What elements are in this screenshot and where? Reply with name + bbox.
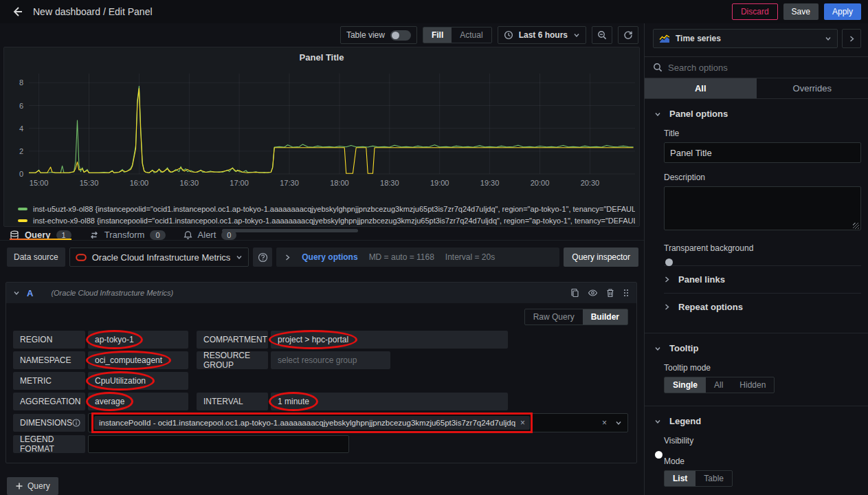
fill-option[interactable]: Fill — [423, 28, 452, 43]
chevron-down-icon[interactable] — [615, 419, 622, 426]
legend-header[interactable]: Legend — [654, 416, 861, 426]
options-search-input[interactable] — [668, 63, 861, 73]
question-circle-icon — [258, 252, 268, 263]
dimension-chip[interactable]: instancePoolId - ocid1.instancepool.oc1.… — [94, 416, 530, 430]
table-view-label: Table view — [346, 30, 385, 40]
interval-select[interactable]: 1 minute — [271, 393, 508, 410]
collapse-chevron-icon[interactable] — [13, 289, 20, 296]
legend-label: inst-echvo-x9-ol88 {instancepoolid="ocid… — [33, 217, 635, 225]
legend-item[interactable]: inst-echvo-x9-ol88 {instancepoolid="ocid… — [18, 214, 635, 226]
actual-option[interactable]: Actual — [452, 28, 491, 43]
region-select[interactable]: ap-tokyo-1 — [88, 331, 188, 349]
dimension-chip-highlight: instancePoolId - ocid1.instancepool.oc1.… — [94, 416, 530, 430]
tooltip-mode-label: Tooltip mode — [664, 363, 861, 373]
tooltip-single-option[interactable]: Single — [665, 377, 706, 393]
chevron-down-icon — [654, 111, 661, 118]
delete-query-trash-icon[interactable] — [606, 288, 614, 298]
query-editor: A (Oracle Cloud Infrastructure Metrics) — [5, 282, 637, 463]
datasource-help-button[interactable] — [253, 248, 272, 267]
options-scroll-area[interactable]: Panel options Title Description Transpar… — [645, 99, 868, 495]
clear-all-icon[interactable]: × — [602, 418, 607, 428]
collapse-pane-button[interactable] — [842, 29, 861, 48]
tab-transform-badge: 0 — [150, 230, 165, 240]
discard-button[interactable]: Discard — [732, 3, 778, 20]
tooltip-all-option[interactable]: All — [706, 377, 731, 393]
query-editor-header[interactable]: A (Oracle Cloud Infrastructure Metrics) — [6, 283, 636, 303]
resource-group-select[interactable]: select resource group — [271, 351, 390, 369]
compartment-select[interactable]: project > hpc-portal — [271, 331, 508, 349]
visualization-name: Time series — [676, 34, 721, 43]
tooltip-header[interactable]: Tooltip — [654, 343, 861, 353]
time-range-picker[interactable]: Last 6 hours — [498, 26, 586, 44]
duplicate-query-icon[interactable] — [570, 288, 579, 298]
zoom-out-button[interactable] — [592, 26, 612, 44]
refresh-button[interactable] — [618, 26, 638, 44]
legend-format-input[interactable] — [88, 435, 349, 453]
svg-text:17:00: 17:00 — [230, 179, 249, 187]
options-pane: Time series All Ove — [645, 23, 868, 495]
edit-panel-left: Table view Fill Actual Last 6 hours — [0, 23, 645, 495]
dimensions-multiselect[interactable]: instancePoolId - ocid1.instancepool.oc1.… — [88, 413, 628, 432]
query-inspector-button[interactable]: Query inspector — [564, 248, 638, 267]
info-circle-icon — [72, 419, 80, 427]
save-button[interactable]: Save — [783, 3, 819, 20]
panel-options-header[interactable]: Panel options — [654, 109, 861, 119]
tooltip-hidden-option[interactable]: Hidden — [731, 377, 774, 393]
legend-mode-group: List Table — [664, 470, 733, 487]
svg-text:2: 2 — [19, 147, 23, 155]
aggregation-select[interactable]: average — [88, 393, 188, 410]
description-textarea[interactable] — [664, 186, 861, 230]
builder-option[interactable]: Builder — [583, 309, 627, 324]
metric-label: METRIC — [13, 372, 85, 390]
options-search — [645, 56, 868, 78]
legend-format-label: LEGEND FORMAT — [13, 435, 85, 453]
tab-all[interactable]: All — [645, 78, 757, 98]
chevron-right-icon — [664, 276, 670, 283]
transform-icon — [89, 230, 99, 240]
repeat-options-row[interactable]: Repeat options — [664, 294, 861, 320]
tooltip-mode-group: Single All Hidden — [664, 377, 775, 393]
tab-query-label: Query — [25, 230, 51, 240]
panel-links-label: Panel links — [678, 274, 725, 285]
max-data-points: MD = auto = 1168 — [369, 252, 434, 262]
raw-query-option[interactable]: Raw Query — [525, 309, 583, 324]
apply-button[interactable]: Apply — [824, 3, 861, 20]
legend-list-option[interactable]: List — [665, 471, 695, 486]
tab-transform-label: Transform — [104, 230, 145, 240]
tab-overrides[interactable]: Overrides — [757, 78, 868, 98]
legend-table-option[interactable]: Table — [695, 471, 732, 486]
series-yellow-swatch — [18, 219, 27, 222]
transparent-background-label: Transparent background — [664, 243, 861, 253]
top-bar: New dashboard / Edit Panel Discard Save … — [0, 0, 868, 23]
add-query-label: Query — [27, 481, 50, 491]
chip-remove-icon[interactable]: × — [520, 418, 525, 428]
tab-transform[interactable]: Transform 0 — [89, 230, 166, 240]
tab-alert-label: Alert — [198, 230, 216, 240]
visualization-picker[interactable]: Time series — [653, 29, 838, 48]
back-arrow-icon[interactable] — [8, 3, 26, 21]
panel-links-row[interactable]: Panel links — [664, 266, 861, 293]
dimensions-label-text: DIMENSIONS — [20, 418, 72, 428]
table-view-control: Table view — [340, 26, 417, 44]
add-query-button[interactable]: Query — [7, 477, 58, 495]
svg-text:17:30: 17:30 — [280, 179, 299, 187]
drag-handle-icon[interactable] — [623, 288, 630, 298]
tab-query[interactable]: Query 1 — [10, 230, 71, 240]
tab-query-badge: 1 — [56, 230, 71, 240]
namespace-select[interactable]: oci_computeagent — [88, 351, 188, 369]
datasource-label: Data source — [7, 248, 65, 267]
query-options-bar[interactable]: Query options MD = auto = 1168 Interval … — [276, 248, 559, 267]
namespace-value: oci_computeagent — [95, 355, 162, 365]
panel-toolbar: Table view Fill Actual Last 6 hours — [0, 23, 644, 45]
legend-item[interactable]: inst-u5uzt-x9-ol88 {instancepoolid="ocid… — [18, 203, 635, 214]
panel-title-input[interactable] — [664, 142, 861, 163]
table-view-toggle[interactable] — [390, 30, 411, 41]
legend-title: Legend — [669, 416, 701, 426]
region-value: ap-tokyo-1 — [95, 335, 134, 344]
metric-select[interactable]: CpuUtilization — [88, 372, 188, 390]
datasource-picker[interactable]: Oracle Cloud Infrastructure Metrics — [69, 248, 249, 267]
tab-alert[interactable]: Alert 0 — [183, 230, 237, 240]
fill-actual-group: Fill Actual — [423, 27, 492, 43]
hide-response-eye-icon[interactable] — [588, 288, 598, 298]
query-datasource-hint: (Oracle Cloud Infrastructure Metrics) — [51, 289, 173, 297]
